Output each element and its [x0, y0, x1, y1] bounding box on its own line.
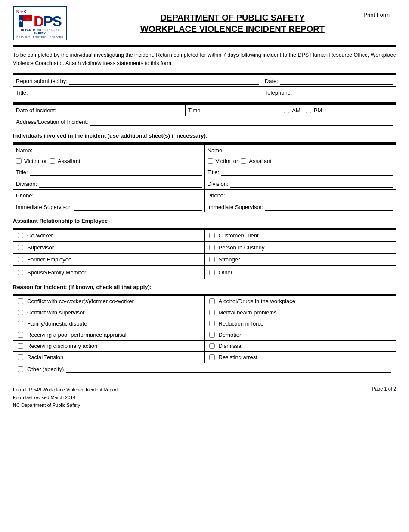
other-rel-label-group[interactable]: Other [209, 269, 233, 276]
person1-division-input[interactable] [39, 180, 201, 188]
nc-star: N [16, 9, 19, 14]
person1-name-input[interactable] [34, 146, 201, 154]
person1-phone-input[interactable] [35, 191, 201, 199]
coworker-checkbox[interactable] [18, 233, 23, 238]
am-checkbox[interactable] [284, 108, 289, 113]
person1-victim-group[interactable]: Victim [16, 158, 39, 164]
person2-title-input[interactable] [221, 168, 393, 176]
person2-victim-label: Victim [216, 158, 231, 164]
person1-supervisor-input[interactable] [74, 203, 201, 211]
person1-title-input[interactable] [30, 168, 202, 176]
person2-victim-checkbox[interactable] [208, 158, 213, 164]
supervisor-rel-checkbox[interactable] [18, 245, 23, 250]
other-specify-row: Other (specify) [18, 365, 391, 373]
person1-assailant-checkbox[interactable] [50, 158, 55, 164]
am-label-group[interactable]: AM [284, 107, 301, 114]
supervisor-rel-label-group[interactable]: Supervisor [18, 244, 200, 251]
person-in-custody-checkbox[interactable] [209, 245, 215, 250]
date-of-incident-input[interactable] [58, 106, 183, 114]
mental-health-label-group[interactable]: Mental health problems [209, 309, 392, 316]
alcohol-drugs-checkbox[interactable] [209, 298, 215, 304]
title-label: Title: [16, 89, 28, 96]
svg-text:N: N [19, 19, 22, 23]
conflict-coworker-label: Conflict with co-worker(s)/former co-wor… [27, 298, 134, 304]
person2-name-input[interactable] [226, 146, 393, 154]
nc-c: C [24, 9, 27, 14]
conflict-coworker-checkbox[interactable] [18, 298, 23, 304]
customer-checkbox[interactable] [209, 233, 215, 238]
reduction-force-checkbox[interactable] [209, 321, 215, 326]
logo-full-name: DEPARTMENT OF PUBLIC SAFETY [16, 28, 63, 36]
page-header: N ★ C N C DPS DEPARTMENT OF PUBLIC SAFET… [13, 6, 396, 40]
title-input[interactable] [30, 89, 259, 96]
poor-performance-label-group[interactable]: Receiving a poor performance appraisal [18, 332, 200, 338]
form-title: DEPARTMENT OF PUBLIC SAFETY WORKPLACE VI… [69, 12, 396, 34]
report-submitted-by-label: Report submitted by: [16, 78, 68, 84]
demotion-checkbox[interactable] [209, 332, 215, 338]
other-specify-input[interactable] [66, 365, 391, 373]
former-employee-label-group[interactable]: Former Employee [18, 256, 200, 263]
other-rel-label: Other [219, 269, 233, 276]
person1-title-label: Title: [16, 169, 28, 175]
address-row: Address/Location of Incident: [16, 118, 393, 126]
page-footer: Form HR 549 Workplace Violence Incident … [13, 384, 396, 409]
conflict-supervisor-checkbox[interactable] [18, 310, 23, 315]
demotion-label-group[interactable]: Demotion [209, 332, 392, 338]
dismissal-label-group[interactable]: Dismissal [209, 343, 392, 349]
pm-checkbox[interactable] [306, 108, 311, 113]
time-input[interactable] [204, 106, 278, 114]
stranger-checkbox[interactable] [209, 257, 215, 262]
footer-line1: Form HR 549 Workplace Violence Incident … [13, 386, 118, 394]
pm-label-group[interactable]: PM [306, 107, 322, 114]
person-in-custody-label-group[interactable]: Person In Custody [209, 244, 392, 251]
resisting-arrest-label-group[interactable]: Resisting arrest [209, 354, 392, 360]
customer-label-group[interactable]: Customer/Client [209, 232, 392, 239]
racial-tension-checkbox[interactable] [18, 354, 23, 360]
disciplinary-checkbox[interactable] [18, 343, 23, 349]
stranger-label-group[interactable]: Stranger [209, 256, 392, 263]
person1-phone-row: Phone: [16, 191, 202, 199]
person2-assailant-group[interactable]: Assailant [241, 158, 272, 164]
poor-performance-checkbox[interactable] [18, 332, 23, 338]
demotion-label: Demotion [219, 332, 243, 338]
family-domestic-checkbox[interactable] [18, 321, 23, 326]
address-input[interactable] [90, 118, 393, 126]
other-rel-checkbox[interactable] [209, 270, 215, 275]
racial-tension-label-group[interactable]: Racial Tension [18, 354, 200, 360]
date-input[interactable] [280, 77, 393, 85]
person2-division-input[interactable] [230, 180, 393, 188]
report-submitted-by-input[interactable] [69, 77, 259, 85]
person1-supervisor-label: Immediate Supervisor: [16, 204, 72, 210]
person1-title-row: Title: [16, 168, 202, 176]
coworker-label-group[interactable]: Co-worker [18, 232, 200, 239]
person2-assailant-checkbox[interactable] [241, 158, 246, 164]
print-form-button[interactable]: Print Form [357, 9, 396, 21]
person1-victim-checkbox[interactable] [16, 158, 22, 164]
telephone-input[interactable] [294, 89, 393, 96]
mental-health-checkbox[interactable] [209, 310, 215, 315]
spouse-checkbox[interactable] [18, 270, 23, 275]
disciplinary-label-group[interactable]: Receiving disciplinary action [18, 343, 200, 349]
former-employee-checkbox[interactable] [18, 257, 23, 262]
person2-victim-group[interactable]: Victim [208, 158, 231, 164]
resisting-arrest-checkbox[interactable] [209, 354, 215, 360]
person2-name-row: Name: [208, 146, 394, 154]
spouse-label-group[interactable]: Spouse/Family Member [18, 269, 200, 276]
family-domestic-label-group[interactable]: Family/domestic dispute [18, 320, 200, 327]
person2-phone-input[interactable] [227, 191, 393, 199]
person1-assailant-group[interactable]: Assailant [50, 158, 81, 164]
other-specify-label-group[interactable]: Other (specify) [18, 366, 64, 372]
alcohol-drugs-label-group[interactable]: Alcohol/Drugs in the workplace [209, 298, 392, 304]
person1-division-label: Division: [16, 181, 37, 187]
conflict-coworker-label-group[interactable]: Conflict with co-worker(s)/former co-wor… [18, 298, 200, 304]
dismissal-label: Dismissal [219, 343, 243, 349]
other-specify-checkbox[interactable] [18, 366, 23, 372]
reduction-force-label-group[interactable]: Reduction in force [209, 320, 392, 327]
spouse-label: Spouse/Family Member [27, 269, 86, 276]
person1-phone-cell: Phone: [13, 190, 205, 201]
alcohol-drugs-label: Alcohol/Drugs in the workplace [219, 298, 295, 304]
person2-supervisor-input[interactable] [265, 203, 393, 211]
conflict-supervisor-label-group[interactable]: Conflict with supervisor [18, 309, 200, 316]
dismissal-checkbox[interactable] [209, 343, 215, 349]
other-rel-input[interactable] [235, 268, 391, 276]
